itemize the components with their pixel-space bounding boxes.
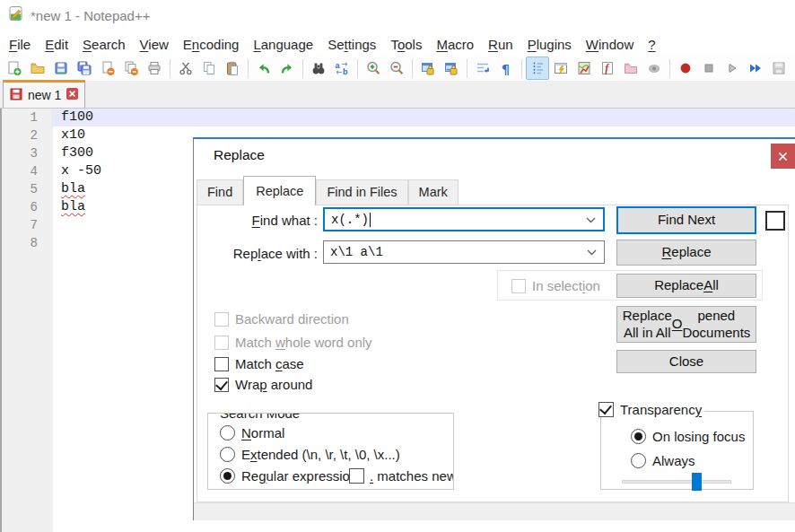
transparency-row[interactable]: Transparency <box>596 402 704 417</box>
run-macro-multiple-times-icon[interactable] <box>744 57 767 80</box>
menu-item-encoding[interactable]: Encoding <box>176 34 247 55</box>
line-number[interactable]: 6 <box>2 198 51 216</box>
find-next-extra-checkbox[interactable] <box>765 211 785 231</box>
radio-normal[interactable]: Normal <box>220 422 400 443</box>
show-all-characters-icon[interactable]: ¶ <box>494 57 518 80</box>
dialog-tab-mark[interactable]: Mark <box>408 179 459 205</box>
in-selection-checkbox[interactable] <box>511 279 526 293</box>
toolbar-separator <box>357 59 358 78</box>
save-icon[interactable] <box>49 57 73 80</box>
menu-item-edit[interactable]: Edit <box>38 34 75 55</box>
document-tab-new-1[interactable]: new 1 <box>3 80 85 108</box>
document-map-icon[interactable] <box>572 57 596 80</box>
copy-icon[interactable] <box>197 57 221 80</box>
function-list-icon[interactable]: f <box>596 57 619 80</box>
zoom-in-icon[interactable] <box>362 57 385 80</box>
editor-line[interactable]: 1f100 <box>2 109 795 126</box>
chevron-down-icon[interactable] <box>587 245 597 259</box>
menu-item-window[interactable]: Window <box>579 34 641 55</box>
dialog-tab-find[interactable]: Find <box>197 179 243 205</box>
cut-icon[interactable] <box>174 57 197 80</box>
word-wrap-icon[interactable] <box>471 57 494 80</box>
save-all-icon[interactable] <box>73 57 96 80</box>
sync-vertical-scrolling-icon[interactable] <box>416 57 440 80</box>
radio-always[interactable]: Always <box>631 449 745 473</box>
undo-icon[interactable] <box>252 57 275 80</box>
zoom-out-icon[interactable] <box>385 57 408 80</box>
match-case-checkbox[interactable] <box>214 357 229 371</box>
folder-as-workspace-icon[interactable] <box>619 57 642 80</box>
chevron-down-icon[interactable] <box>586 213 596 227</box>
line-number[interactable]: 4 <box>2 162 51 180</box>
radio-button[interactable] <box>631 429 646 444</box>
paste-icon[interactable] <box>221 57 244 80</box>
user-defined-language-icon[interactable] <box>549 57 572 80</box>
print-icon[interactable] <box>143 57 166 80</box>
match-whole-word-checkbox[interactable] <box>214 336 229 350</box>
match-case-row[interactable]: Match case <box>214 356 304 371</box>
dot-matches-newline-checkbox[interactable] <box>349 468 364 484</box>
close-all-documents-icon[interactable] <box>119 57 143 80</box>
radio-button[interactable] <box>631 453 646 468</box>
menu-item-?[interactable]: ? <box>641 34 662 55</box>
backward-direction-row[interactable]: Backward direction <box>214 311 349 327</box>
menu-bar: FileEditSearchViewEncodingLanguageSettin… <box>0 32 795 56</box>
radio-button[interactable] <box>220 468 235 484</box>
save-recorded-macro-icon[interactable] <box>767 57 791 80</box>
start-recording-icon[interactable] <box>674 57 697 80</box>
replace-all-button[interactable]: Replace All <box>616 274 756 298</box>
menu-item-plugins[interactable]: Plugins <box>520 34 579 55</box>
show-indent-guide-icon[interactable] <box>526 57 549 80</box>
transparency-checkbox[interactable] <box>598 402 614 417</box>
menu-item-file[interactable]: File <box>2 34 38 55</box>
dialog-tab-find-in-files[interactable]: Find in Files <box>316 179 407 205</box>
replace-all-opened-button[interactable]: Replace All in All Opened Documents <box>616 306 756 343</box>
replace-button[interactable]: Replace <box>616 240 756 266</box>
line-number[interactable]: 7 <box>2 216 51 234</box>
new-file-icon[interactable] <box>3 57 26 80</box>
menu-item-run[interactable]: Run <box>481 34 520 55</box>
menu-item-settings[interactable]: Settings <box>320 34 383 55</box>
stop-recording-icon[interactable] <box>697 57 721 80</box>
dot-matches-newline-row[interactable]: . matches newline <box>349 468 454 484</box>
close-button[interactable]: Close <box>616 350 756 373</box>
find-icon[interactable] <box>307 57 330 80</box>
line-number[interactable]: 5 <box>2 180 51 198</box>
wrap-around-row[interactable]: Wrap around <box>214 377 312 392</box>
replace-icon[interactable]: ab <box>330 57 354 80</box>
radio-button[interactable] <box>220 425 235 440</box>
menu-item-language[interactable]: Language <box>246 34 320 55</box>
menu-item-view[interactable]: View <box>133 34 176 55</box>
line-number[interactable]: 2 <box>2 126 51 144</box>
menu-item-macro[interactable]: Macro <box>429 34 481 55</box>
redo-icon[interactable] <box>275 57 299 80</box>
open-file-icon[interactable] <box>26 57 49 80</box>
dialog-tab-replace[interactable]: Replace <box>243 176 316 205</box>
match-whole-word-row[interactable]: Match whole word only <box>214 335 372 350</box>
line-number[interactable]: 8 <box>2 234 51 252</box>
close-document-icon[interactable] <box>96 57 119 80</box>
transparency-slider-thumb[interactable] <box>692 473 702 491</box>
dialog-close-button[interactable] <box>771 144 795 169</box>
radio-on-losing-focus[interactable]: On losing focus <box>631 424 745 449</box>
menu-item-tools[interactable]: Tools <box>383 34 429 55</box>
in-selection-row[interactable]: In selection <box>511 278 600 293</box>
radio-button[interactable] <box>220 447 235 462</box>
sync-horizontal-scrolling-icon[interactable] <box>440 57 463 80</box>
backward-direction-checkbox[interactable] <box>214 312 229 327</box>
line-text[interactable]: f100 <box>51 109 795 126</box>
line-number[interactable]: 3 <box>2 144 51 162</box>
find-next-button[interactable]: Find Next <box>616 206 756 234</box>
playback-macro-icon[interactable] <box>721 57 744 80</box>
find-what-combobox[interactable]: x(.*) <box>323 207 605 231</box>
tab-close-icon[interactable] <box>66 88 78 102</box>
menu-item-search[interactable]: Search <box>75 34 133 55</box>
line-number[interactable]: 1 <box>2 109 51 126</box>
transparency-slider[interactable] <box>622 480 731 484</box>
replace-with-combobox[interactable]: x\1 a\1 <box>323 240 605 264</box>
toolbar-separator <box>669 59 670 78</box>
unsaved-file-icon <box>10 88 22 103</box>
wrap-around-checkbox[interactable] <box>214 378 229 392</box>
monitoring-icon[interactable] <box>642 57 666 80</box>
radio-extended[interactable]: Extended (\n, \r, \t, \0, \x...) <box>220 443 400 465</box>
